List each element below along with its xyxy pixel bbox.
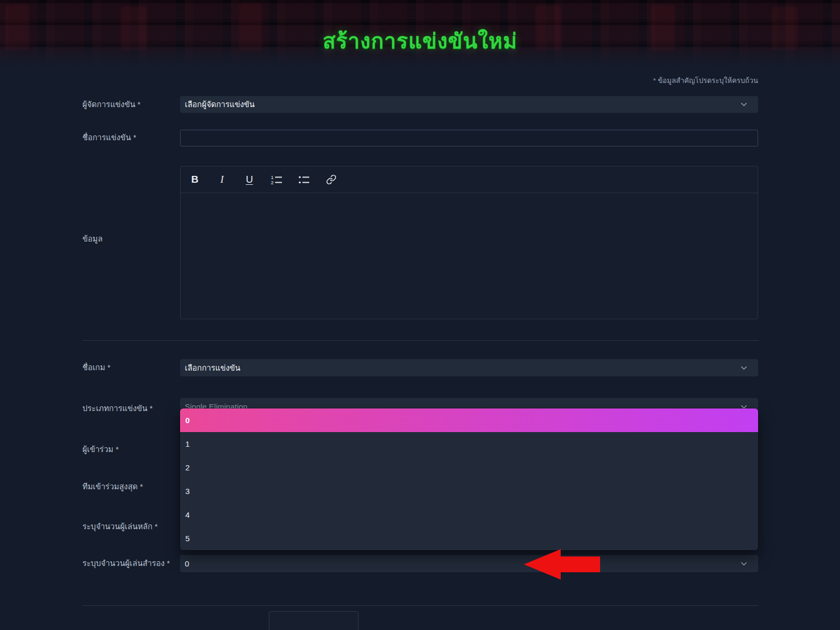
arrow-tail: [561, 556, 600, 572]
organizer-select-value: เลือกผู้จัดการแข่งขัน: [185, 98, 255, 111]
reserve-players-select[interactable]: 0: [180, 555, 758, 572]
arrow-head: [524, 549, 561, 580]
italic-button[interactable]: I: [216, 173, 228, 186]
editor-content-area[interactable]: [181, 193, 758, 319]
dropdown-option-4[interactable]: 4: [180, 503, 758, 527]
bullet-list-button[interactable]: [298, 173, 310, 186]
chevron-down-icon: [739, 100, 749, 109]
required-fields-note: * ข้อมูลสำคัญโปรดระบุให้ครบถ้วน: [82, 75, 758, 86]
svg-text:1: 1: [271, 175, 274, 180]
tournament-type-label: ประเภทการแข่งขัน *: [82, 403, 178, 414]
tournament-name-input[interactable]: [180, 130, 758, 146]
info-label: ข้อมูล: [82, 233, 178, 245]
dropdown-option-2[interactable]: 2: [180, 456, 758, 479]
dropdown-option-5[interactable]: 5: [180, 527, 758, 550]
organizer-select[interactable]: เลือกผู้จัดการแข่งขัน: [180, 96, 758, 113]
create-tournament-page: สร้างการแข่งขันใหม่ * ข้อมูลสำคัญโปรดระบ…: [0, 0, 840, 630]
section-divider: [82, 605, 759, 606]
bold-button[interactable]: B: [189, 173, 201, 186]
section-divider: [82, 340, 759, 341]
reserve-players-label: ระบุบจำนวนผู้เล่นสำรอง *: [82, 558, 178, 569]
rich-text-editor: B I U 1 2: [180, 166, 758, 319]
participants-label: ผู้เข้าร่วม *: [82, 444, 178, 455]
tournament-name-label: ชื่อการแข่งขัน *: [82, 132, 178, 143]
game-select[interactable]: เลือกการแข่งขัน: [180, 359, 758, 376]
dropdown-option-3[interactable]: 3: [180, 479, 758, 503]
red-arrow-annotation: [524, 549, 600, 580]
max-teams-label: ทีมเข้าร่วมสูงสุด *: [82, 481, 178, 492]
game-name-label: ชื่อเกม *: [82, 362, 178, 373]
reserve-players-dropdown: 0 1 2 3 4 5: [180, 408, 758, 550]
chevron-down-icon: [739, 559, 749, 569]
organizer-label: ผู้จัดการแข่งขัน *: [82, 99, 178, 110]
dropdown-option-1[interactable]: 1: [180, 432, 758, 456]
dropdown-option-0[interactable]: 0: [180, 408, 758, 432]
underline-button[interactable]: U: [244, 173, 255, 186]
reserve-players-value: 0: [185, 559, 189, 568]
main-players-label: ระบุจำนวนผู้เล่นหลัก *: [82, 521, 178, 532]
link-button[interactable]: [326, 173, 337, 186]
page-title: สร้างการแข่งขันใหม่: [0, 24, 840, 58]
game-select-value: เลือกการแข่งขัน: [185, 362, 240, 374]
ordered-list-button[interactable]: 1 2: [271, 173, 282, 186]
chevron-down-icon: [739, 363, 749, 373]
partial-input-box[interactable]: [269, 611, 359, 630]
svg-text:2: 2: [271, 180, 274, 185]
editor-toolbar: B I U 1 2: [181, 166, 758, 193]
